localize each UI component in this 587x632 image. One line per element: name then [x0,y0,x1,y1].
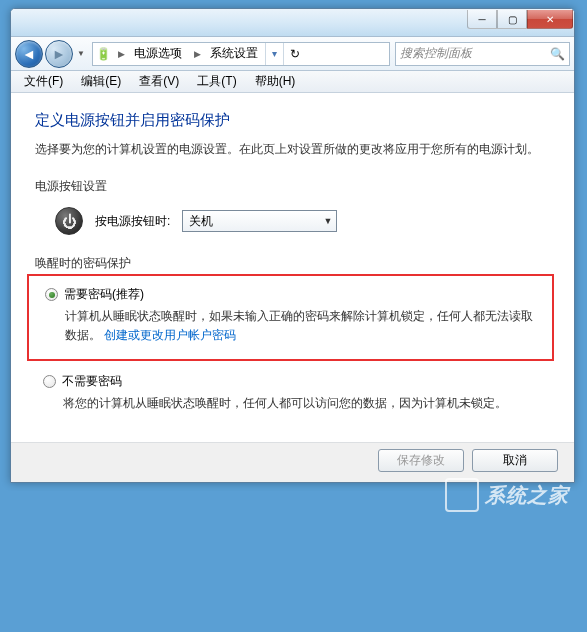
breadcrumb-seg-power[interactable]: 电源选项 [130,43,189,65]
power-button-section-label: 电源按钮设置 [35,178,550,195]
page-title: 定义电源按钮并启用密码保护 [35,111,550,130]
window-controls: ─ ▢ ✕ [467,10,573,29]
menu-bar: 文件(F) 编辑(E) 查看(V) 工具(T) 帮助(H) [11,71,574,93]
minimize-button[interactable]: ─ [467,10,497,29]
menu-edit[interactable]: 编辑(E) [72,71,130,92]
power-button-label: 按电源按钮时: [95,213,170,230]
forward-button[interactable]: ► [45,40,73,68]
close-button[interactable]: ✕ [527,10,573,29]
chevron-right-icon: ▶ [113,49,130,59]
radio-option-no-password: 不需要密码 将您的计算机从睡眠状态唤醒时，任何人都可以访问您的数据，因为计算机未… [35,373,550,413]
page-description: 选择要为您的计算机设置的电源设置。在此页上对设置所做的更改将应用于您所有的电源计… [35,140,550,158]
refresh-button[interactable]: ↻ [283,43,305,65]
watermark: 系统之家 [445,478,569,491]
save-button[interactable]: 保存修改 [378,449,464,472]
power-plan-icon: 🔋 [93,47,113,61]
maximize-button[interactable]: ▢ [497,10,527,29]
search-placeholder: 搜索控制面板 [400,45,472,62]
radio-label: 不需要密码 [62,373,122,390]
breadcrumb[interactable]: 🔋 ▶ 电源选项 ▶ 系统设置 ▾ ↻ [92,42,390,66]
content-area: 定义电源按钮并启用密码保护 选择要为您的计算机设置的电源设置。在此页上对设置所做… [11,93,574,442]
power-icon [55,207,83,235]
chevron-down-icon: ▼ [323,216,332,226]
menu-help[interactable]: 帮助(H) [246,71,305,92]
cancel-button[interactable]: 取消 [472,449,558,472]
radio-require-password[interactable]: 需要密码(推荐) [45,286,540,303]
power-action-value: 关机 [189,213,213,230]
breadcrumb-dropdown[interactable]: ▾ [265,43,283,65]
radio-icon-checked [45,288,58,301]
radio-option-require-password: 需要密码(推荐) 计算机从睡眠状态唤醒时，如果未输入正确的密码来解除计算机锁定，… [37,286,540,345]
radio-icon-unchecked [43,375,56,388]
radio-no-password[interactable]: 不需要密码 [43,373,550,390]
chevron-right-icon: ▶ [189,49,206,59]
breadcrumb-seg-settings[interactable]: 系统设置 [206,43,265,65]
control-panel-window: ─ ▢ ✕ ◄ ► ▼ 🔋 ▶ 电源选项 ▶ 系统设置 ▾ ↻ 搜索控制面板 🔍… [10,8,575,483]
history-dropdown[interactable]: ▼ [75,49,87,58]
watermark-text: 系统之家 [485,482,569,492]
radio-description: 将您的计算机从睡眠状态唤醒时，任何人都可以访问您的数据，因为计算机未锁定。 [43,394,550,413]
radio-description: 计算机从睡眠状态唤醒时，如果未输入正确的密码来解除计算机锁定，任何人都无法读取数… [45,307,540,345]
menu-file[interactable]: 文件(F) [15,71,72,92]
footer-buttons: 保存修改 取消 [11,442,574,482]
search-input[interactable]: 搜索控制面板 🔍 [395,42,570,66]
create-password-link[interactable]: 创建或更改用户帐户密码 [104,328,236,342]
menu-tools[interactable]: 工具(T) [188,71,245,92]
watermark-logo-icon [445,478,479,491]
navigation-bar: ◄ ► ▼ 🔋 ▶ 电源选项 ▶ 系统设置 ▾ ↻ 搜索控制面板 🔍 [11,37,574,71]
power-action-select[interactable]: 关机 ▼ [182,210,337,232]
power-button-row: 按电源按钮时: 关机 ▼ [35,207,550,235]
search-icon: 🔍 [550,47,565,61]
radio-label: 需要密码(推荐) [64,286,144,303]
menu-view[interactable]: 查看(V) [130,71,188,92]
password-section-label: 唤醒时的密码保护 [35,255,550,272]
back-button[interactable]: ◄ [15,40,43,68]
titlebar: ─ ▢ ✕ [11,9,574,37]
highlight-annotation: 需要密码(推荐) 计算机从睡眠状态唤醒时，如果未输入正确的密码来解除计算机锁定，… [27,274,554,361]
